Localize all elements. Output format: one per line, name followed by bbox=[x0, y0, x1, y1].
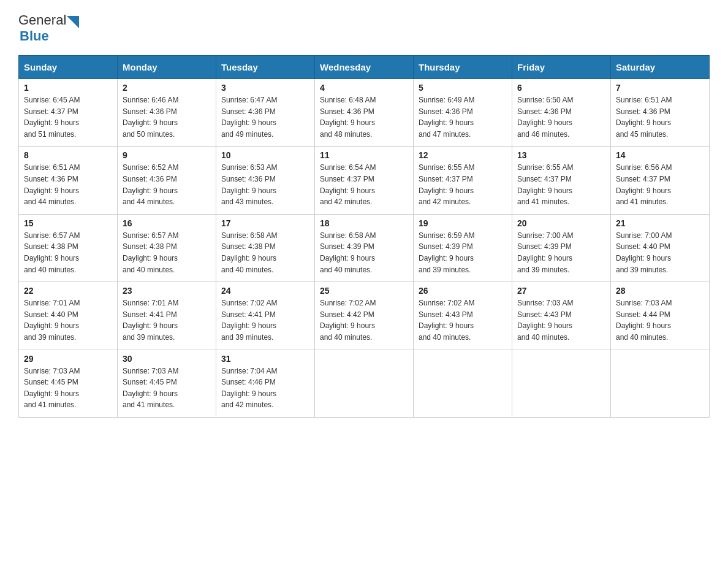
calendar-cell: 20Sunrise: 7:00 AMSunset: 4:39 PMDayligh… bbox=[512, 214, 611, 282]
day-info: Sunrise: 6:48 AMSunset: 4:36 PMDaylight:… bbox=[320, 94, 408, 140]
calendar-week-row: 22Sunrise: 7:01 AMSunset: 4:40 PMDayligh… bbox=[19, 282, 710, 350]
calendar-cell: 29Sunrise: 7:03 AMSunset: 4:45 PMDayligh… bbox=[19, 350, 118, 417]
calendar-cell: 14Sunrise: 6:56 AMSunset: 4:37 PMDayligh… bbox=[611, 147, 710, 214]
calendar-week-row: 1Sunrise: 6:45 AMSunset: 4:37 PMDaylight… bbox=[19, 79, 710, 147]
col-header-wednesday: Wednesday bbox=[315, 56, 414, 79]
calendar-cell: 21Sunrise: 7:00 AMSunset: 4:40 PMDayligh… bbox=[611, 214, 710, 282]
day-number: 6 bbox=[517, 83, 605, 93]
day-info: Sunrise: 6:53 AMSunset: 4:36 PMDaylight:… bbox=[221, 162, 309, 207]
calendar-cell: 16Sunrise: 6:57 AMSunset: 4:38 PMDayligh… bbox=[118, 214, 216, 282]
day-info: Sunrise: 7:04 AMSunset: 4:46 PMDaylight:… bbox=[221, 366, 309, 411]
day-number: 20 bbox=[517, 218, 605, 228]
calendar-cell: 18Sunrise: 6:58 AMSunset: 4:39 PMDayligh… bbox=[315, 214, 414, 282]
day-info: Sunrise: 7:02 AMSunset: 4:43 PMDaylight:… bbox=[419, 297, 507, 343]
calendar-cell: 2Sunrise: 6:46 AMSunset: 4:36 PMDaylight… bbox=[118, 79, 216, 147]
day-info: Sunrise: 7:01 AMSunset: 4:41 PMDaylight:… bbox=[123, 297, 211, 343]
calendar-cell bbox=[512, 350, 611, 417]
calendar-week-row: 29Sunrise: 7:03 AMSunset: 4:45 PMDayligh… bbox=[19, 350, 710, 417]
day-info: Sunrise: 7:00 AMSunset: 4:39 PMDaylight:… bbox=[517, 230, 605, 275]
day-number: 9 bbox=[123, 150, 211, 160]
day-info: Sunrise: 6:54 AMSunset: 4:37 PMDaylight:… bbox=[320, 162, 408, 207]
day-number: 15 bbox=[24, 218, 112, 228]
day-info: Sunrise: 6:56 AMSunset: 4:37 PMDaylight:… bbox=[616, 162, 704, 207]
calendar-cell: 1Sunrise: 6:45 AMSunset: 4:37 PMDaylight… bbox=[19, 79, 118, 147]
logo-triangle-icon bbox=[67, 16, 79, 28]
calendar-cell: 12Sunrise: 6:55 AMSunset: 4:37 PMDayligh… bbox=[414, 147, 512, 214]
calendar-cell bbox=[414, 350, 512, 417]
day-info: Sunrise: 6:59 AMSunset: 4:39 PMDaylight:… bbox=[419, 230, 507, 275]
calendar-cell: 13Sunrise: 6:55 AMSunset: 4:37 PMDayligh… bbox=[512, 147, 611, 214]
day-number: 22 bbox=[24, 286, 112, 296]
calendar-cell: 25Sunrise: 7:02 AMSunset: 4:42 PMDayligh… bbox=[315, 282, 414, 350]
calendar-cell: 24Sunrise: 7:02 AMSunset: 4:41 PMDayligh… bbox=[216, 282, 315, 350]
calendar-cell: 22Sunrise: 7:01 AMSunset: 4:40 PMDayligh… bbox=[19, 282, 118, 350]
day-info: Sunrise: 6:50 AMSunset: 4:36 PMDaylight:… bbox=[517, 94, 605, 140]
day-info: Sunrise: 6:45 AMSunset: 4:37 PMDaylight:… bbox=[24, 94, 112, 140]
day-info: Sunrise: 6:57 AMSunset: 4:38 PMDaylight:… bbox=[123, 230, 211, 275]
calendar-week-row: 15Sunrise: 6:57 AMSunset: 4:38 PMDayligh… bbox=[19, 214, 710, 282]
day-number: 24 bbox=[221, 286, 309, 296]
day-number: 4 bbox=[320, 83, 408, 93]
logo-general-text: General bbox=[18, 12, 66, 28]
day-info: Sunrise: 6:58 AMSunset: 4:39 PMDaylight:… bbox=[320, 230, 408, 275]
day-info: Sunrise: 6:55 AMSunset: 4:37 PMDaylight:… bbox=[419, 162, 507, 207]
day-number: 5 bbox=[419, 83, 507, 93]
day-number: 28 bbox=[616, 286, 704, 296]
calendar-cell: 30Sunrise: 7:03 AMSunset: 4:45 PMDayligh… bbox=[118, 350, 216, 417]
calendar-cell: 11Sunrise: 6:54 AMSunset: 4:37 PMDayligh… bbox=[315, 147, 414, 214]
day-number: 23 bbox=[123, 286, 211, 296]
col-header-monday: Monday bbox=[118, 56, 216, 79]
calendar-cell: 27Sunrise: 7:03 AMSunset: 4:43 PMDayligh… bbox=[512, 282, 611, 350]
day-number: 12 bbox=[419, 150, 507, 160]
day-info: Sunrise: 6:55 AMSunset: 4:37 PMDaylight:… bbox=[517, 162, 605, 207]
day-info: Sunrise: 7:01 AMSunset: 4:40 PMDaylight:… bbox=[24, 297, 112, 343]
calendar-cell: 9Sunrise: 6:52 AMSunset: 4:36 PMDaylight… bbox=[118, 147, 216, 214]
day-number: 3 bbox=[221, 83, 309, 93]
day-number: 18 bbox=[320, 218, 408, 228]
calendar-cell bbox=[611, 350, 710, 417]
calendar-week-row: 8Sunrise: 6:51 AMSunset: 4:36 PMDaylight… bbox=[19, 147, 710, 214]
calendar-table: SundayMondayTuesdayWednesdayThursdayFrid… bbox=[18, 55, 710, 418]
day-number: 31 bbox=[221, 354, 309, 364]
day-info: Sunrise: 7:03 AMSunset: 4:45 PMDaylight:… bbox=[24, 366, 112, 411]
calendar-cell: 8Sunrise: 6:51 AMSunset: 4:36 PMDaylight… bbox=[19, 147, 118, 214]
day-info: Sunrise: 6:51 AMSunset: 4:36 PMDaylight:… bbox=[616, 94, 704, 140]
calendar-cell: 10Sunrise: 6:53 AMSunset: 4:36 PMDayligh… bbox=[216, 147, 315, 214]
col-header-thursday: Thursday bbox=[414, 56, 512, 79]
day-number: 17 bbox=[221, 218, 309, 228]
day-number: 13 bbox=[517, 150, 605, 160]
page-header: General Blue bbox=[18, 12, 710, 44]
day-number: 1 bbox=[24, 83, 112, 93]
logo: General Blue bbox=[18, 12, 79, 44]
calendar-cell bbox=[315, 350, 414, 417]
calendar-cell: 7Sunrise: 6:51 AMSunset: 4:36 PMDaylight… bbox=[611, 79, 710, 147]
calendar-cell: 19Sunrise: 6:59 AMSunset: 4:39 PMDayligh… bbox=[414, 214, 512, 282]
day-number: 7 bbox=[616, 83, 704, 93]
day-number: 21 bbox=[616, 218, 704, 228]
day-info: Sunrise: 7:03 AMSunset: 4:44 PMDaylight:… bbox=[616, 297, 704, 343]
calendar-header-row: SundayMondayTuesdayWednesdayThursdayFrid… bbox=[19, 56, 710, 79]
col-header-saturday: Saturday bbox=[611, 56, 710, 79]
day-number: 10 bbox=[221, 150, 309, 160]
day-info: Sunrise: 6:49 AMSunset: 4:36 PMDaylight:… bbox=[419, 94, 507, 140]
day-info: Sunrise: 6:46 AMSunset: 4:36 PMDaylight:… bbox=[123, 94, 211, 140]
day-number: 26 bbox=[419, 286, 507, 296]
day-info: Sunrise: 7:02 AMSunset: 4:41 PMDaylight:… bbox=[221, 297, 309, 343]
calendar-cell: 23Sunrise: 7:01 AMSunset: 4:41 PMDayligh… bbox=[118, 282, 216, 350]
day-info: Sunrise: 6:57 AMSunset: 4:38 PMDaylight:… bbox=[24, 230, 112, 275]
day-info: Sunrise: 7:03 AMSunset: 4:45 PMDaylight:… bbox=[123, 366, 211, 411]
day-info: Sunrise: 7:02 AMSunset: 4:42 PMDaylight:… bbox=[320, 297, 408, 343]
calendar-cell: 17Sunrise: 6:58 AMSunset: 4:38 PMDayligh… bbox=[216, 214, 315, 282]
calendar-cell: 15Sunrise: 6:57 AMSunset: 4:38 PMDayligh… bbox=[19, 214, 118, 282]
day-number: 2 bbox=[123, 83, 211, 93]
day-number: 27 bbox=[517, 286, 605, 296]
calendar-cell: 31Sunrise: 7:04 AMSunset: 4:46 PMDayligh… bbox=[216, 350, 315, 417]
col-header-sunday: Sunday bbox=[19, 56, 118, 79]
col-header-tuesday: Tuesday bbox=[216, 56, 315, 79]
calendar-cell: 6Sunrise: 6:50 AMSunset: 4:36 PMDaylight… bbox=[512, 79, 611, 147]
day-info: Sunrise: 6:52 AMSunset: 4:36 PMDaylight:… bbox=[123, 162, 211, 207]
day-info: Sunrise: 6:58 AMSunset: 4:38 PMDaylight:… bbox=[221, 230, 309, 275]
day-number: 30 bbox=[123, 354, 211, 364]
calendar-cell: 5Sunrise: 6:49 AMSunset: 4:36 PMDaylight… bbox=[414, 79, 512, 147]
day-info: Sunrise: 6:51 AMSunset: 4:36 PMDaylight:… bbox=[24, 162, 112, 207]
